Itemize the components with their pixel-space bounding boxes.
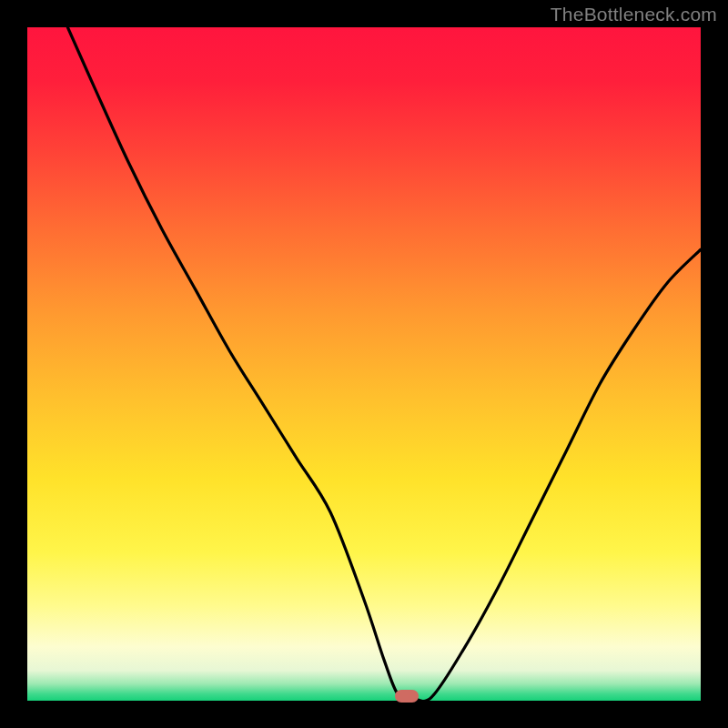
background-gradient — [27, 27, 701, 701]
watermark-text: TheBottleneck.com — [551, 4, 717, 25]
chart-frame: TheBottleneck.com — [0, 0, 728, 728]
optimal-point-marker — [395, 690, 419, 703]
plot-area — [27, 27, 701, 701]
svg-rect-0 — [27, 27, 701, 701]
